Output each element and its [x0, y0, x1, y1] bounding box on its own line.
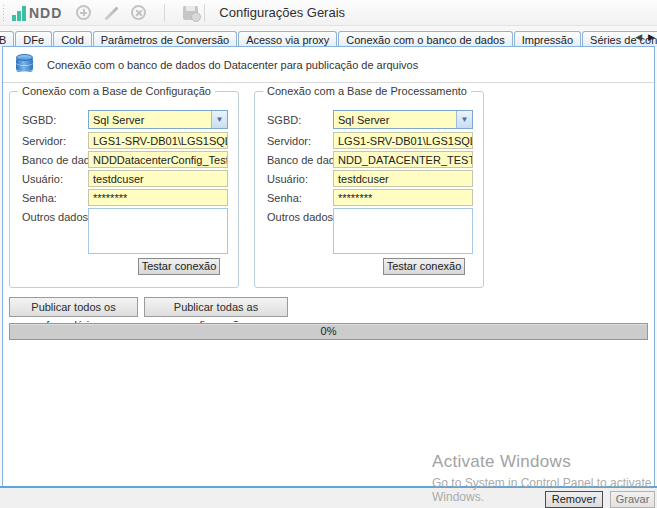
delete-icon[interactable]: [131, 5, 146, 20]
group-title: Conexão com a Base de Configuração: [18, 85, 215, 97]
remover-button[interactable]: Remover: [545, 491, 603, 508]
ndd-logo-text: NDD: [29, 4, 62, 21]
outros-dados-input[interactable]: [88, 208, 228, 254]
toolbar-grip[interactable]: [2, 4, 6, 22]
servidor-label: Servidor:: [267, 135, 311, 147]
usuario-input[interactable]: testdcuser: [88, 170, 228, 187]
ndd-logo-icon: [12, 6, 26, 21]
info-text: Conexão com o banco de dados do Datacent…: [47, 59, 418, 71]
toolbar-separator: [164, 4, 165, 22]
usuario-label: Usuário:: [267, 173, 308, 185]
edit-pencil-icon[interactable]: [103, 5, 119, 21]
sgbd-label: SGBD:: [267, 114, 301, 126]
sgbd-select[interactable]: Sql Server ▼: [88, 110, 228, 129]
add-icon[interactable]: [76, 5, 91, 20]
senha-label: Senha:: [267, 192, 302, 204]
tab-scroll-left-icon[interactable]: ◀: [635, 32, 642, 42]
tab-acesso-proxy[interactable]: Acesso via proxy: [238, 31, 337, 47]
config-base-group: Conexão com a Base de Configuração SGBD:…: [9, 91, 239, 288]
tab-scroll-right-icon[interactable]: ▶: [648, 32, 655, 42]
outros-dados-label: Outros dados:: [267, 211, 336, 223]
usuario-input[interactable]: testdcuser: [333, 170, 473, 187]
chevron-down-icon[interactable]: ▼: [211, 111, 227, 128]
servidor-input[interactable]: LGS1-SRV-DB01\LGS1SQLHMG01: [88, 132, 228, 149]
publicar-formularios-button[interactable]: Publicar todos os formulários: [9, 297, 138, 317]
gravar-button[interactable]: Gravar: [610, 491, 655, 508]
banco-input[interactable]: NDDDatacenterConfig_Testes: [88, 151, 228, 168]
outros-dados-label: Outros dados:: [22, 211, 91, 223]
main-toolbar: NDD Configurações Gerais: [0, 0, 657, 26]
tab-impressao[interactable]: Impressão: [514, 31, 581, 47]
senha-input[interactable]: ********: [333, 189, 473, 206]
tab-b[interactable]: B: [0, 31, 14, 47]
info-bar: Conexão com o banco de dados do Datacent…: [3, 47, 654, 83]
bottom-bar: Remover Gravar: [0, 486, 657, 508]
tab-strip: B DFe Cold Parâmetros de Conversão Acess…: [0, 29, 657, 47]
sgbd-select[interactable]: Sql Server ▼: [333, 110, 473, 129]
datacenter-tab-page: Conexão com o banco de dados do Datacent…: [2, 46, 655, 488]
senha-input[interactable]: ********: [88, 189, 228, 206]
database-icon: [16, 54, 33, 75]
tab-parametros-conversao[interactable]: Parâmetros de Conversão: [93, 31, 237, 47]
servidor-label: Servidor:: [22, 135, 66, 147]
ndd-logo: NDD: [12, 5, 62, 21]
servidor-input[interactable]: LGS1-SRV-DB01\LGS1SQLHMG01: [333, 132, 473, 149]
tab-dfe[interactable]: DFe: [15, 31, 52, 47]
group-title: Conexão com a Base de Processamento: [263, 85, 471, 97]
sgbd-label: SGBD:: [22, 114, 56, 126]
tab-cold[interactable]: Cold: [53, 31, 92, 47]
page-title: Configurações Gerais: [219, 5, 345, 20]
testar-conexao-button[interactable]: Testar conexão: [138, 258, 220, 275]
senha-label: Senha:: [22, 192, 57, 204]
testar-conexao-button[interactable]: Testar conexão: [383, 258, 465, 275]
publicar-configuracoes-button[interactable]: Publicar todas as configurações: [144, 297, 288, 317]
toolbar-separator: [204, 4, 205, 22]
publish-icon[interactable]: [183, 6, 198, 20]
outros-dados-input[interactable]: [333, 208, 473, 254]
usuario-label: Usuário:: [22, 173, 63, 185]
tab-conexao-banco[interactable]: Conexão com o banco de dados: [338, 31, 512, 47]
banco-input[interactable]: NDD_DATACENTER_TESTES: [333, 151, 473, 168]
processing-base-group: Conexão com a Base de Processamento SGBD…: [254, 91, 484, 288]
progress-bar: 0%: [9, 323, 648, 340]
chevron-down-icon[interactable]: ▼: [456, 111, 472, 128]
